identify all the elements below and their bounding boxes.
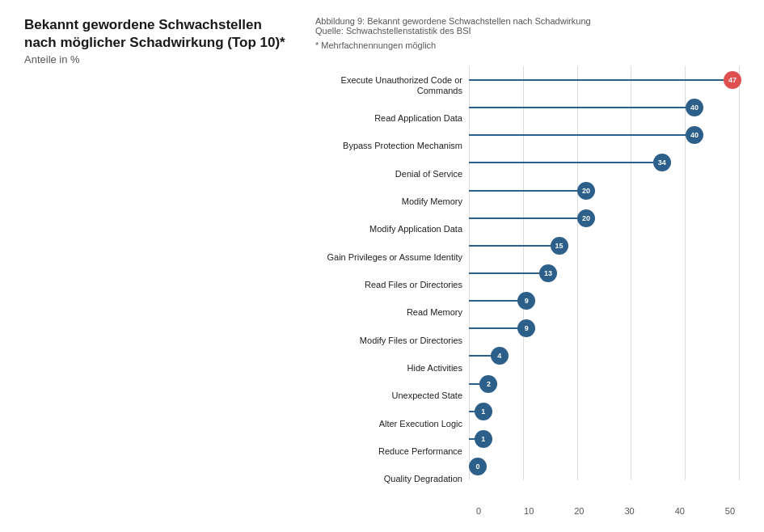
bar-line-0 [469, 79, 724, 81]
bar-label-10: Hide Activities [299, 363, 469, 374]
bars-col: 47404034202015139942110 01020304050 [469, 58, 740, 516]
bar-row-9: 9 [469, 315, 740, 342]
bar-circle-14: 0 [469, 458, 487, 475]
bar-track-6: 15 [469, 245, 740, 247]
bar-circle-5: 20 [577, 209, 595, 227]
bar-label-13: Reduce Performance [299, 446, 469, 457]
x-label-0: 0 [469, 506, 488, 516]
bars-wrapper: 47404034202015139942110 [469, 66, 740, 480]
bar-label-6: Gain Privileges or Assume Identity [299, 252, 469, 263]
bar-line-12 [469, 411, 475, 412]
bar-line-13 [469, 438, 475, 440]
bar-row-7: 13 [469, 260, 740, 287]
x-label-1: 10 [519, 506, 538, 516]
bar-row-4: 20 [469, 177, 740, 205]
bar-line-8 [469, 300, 517, 302]
bar-track-7: 13 [469, 272, 740, 274]
bar-track-9: 9 [469, 327, 740, 329]
bar-track-2: 40 [469, 134, 740, 136]
bar-track-12: 1 [469, 411, 740, 412]
bar-line-2 [469, 134, 686, 136]
caption-note: * Mehrfachnennungen möglich [315, 40, 740, 50]
bar-track-1: 40 [469, 107, 740, 108]
bar-row-3: 34 [469, 149, 740, 176]
x-label-5: 50 [720, 506, 740, 516]
bar-row-13: 1 [469, 425, 740, 453]
bar-row-12: 1 [469, 398, 740, 425]
chart-subtitle: Anteile in % [24, 53, 299, 65]
x-label-3: 30 [620, 506, 639, 516]
bar-track-8: 9 [469, 300, 740, 302]
bar-label-1: Read Application Data [299, 113, 469, 124]
bar-track-10: 4 [469, 355, 740, 357]
chart-area: Execute Unauthorized Code or CommandsRea… [299, 58, 740, 516]
bar-label-9: Modify Files or Directories [299, 336, 469, 346]
bar-row-8: 9 [469, 287, 740, 315]
bar-label-4: Modify Memory [299, 196, 469, 207]
x-axis: 01020304050 [469, 503, 740, 516]
bar-line-5 [469, 217, 577, 219]
bar-row-14: 0 [469, 453, 740, 480]
bar-label-5: Modify Application Data [299, 224, 469, 234]
main-container: Bekannt gewordene Schwachstellen nach mö… [24, 16, 740, 516]
bar-label-0: Execute Unauthorized Code or Commands [299, 75, 469, 96]
bar-label-2: Bypass Protection Mechanism [299, 141, 469, 151]
bar-circle-1: 40 [686, 99, 703, 116]
bar-circle-8: 9 [517, 292, 535, 310]
chart-title-line1: Bekannt gewordene Schwachstellen nach mö… [24, 16, 299, 52]
bar-track-5: 20 [469, 217, 740, 219]
bar-row-6: 15 [469, 232, 740, 260]
bar-row-2: 40 [469, 121, 740, 149]
bar-line-10 [469, 355, 491, 357]
left-panel: Bekannt gewordene Schwachstellen nach mö… [24, 16, 299, 516]
bar-circle-0: 47 [724, 71, 741, 89]
bar-circle-13: 1 [475, 430, 492, 448]
bar-circle-6: 15 [551, 237, 568, 255]
bar-circle-7: 13 [539, 264, 557, 282]
bar-line-4 [469, 190, 577, 192]
bar-labels: Execute Unauthorized Code or CommandsRea… [299, 58, 469, 516]
bar-line-9 [469, 327, 517, 329]
bar-line-3 [469, 162, 653, 163]
bar-label-12: Alter Execution Logic [299, 419, 469, 429]
x-label-2: 20 [569, 506, 589, 516]
bar-row-5: 20 [469, 205, 740, 232]
caption-line1: Abbildung 9: Bekannt gewordene Schwachst… [315, 16, 740, 26]
right-panel: Abbildung 9: Bekannt gewordene Schwachst… [299, 16, 740, 516]
bar-track-3: 34 [469, 162, 740, 163]
bar-track-4: 20 [469, 190, 740, 192]
bar-line-7 [469, 272, 539, 274]
bar-row-0: 47 [469, 66, 740, 94]
bar-circle-2: 40 [686, 126, 703, 144]
bar-label-11: Unexpected State [299, 391, 469, 401]
bar-row-11: 2 [469, 370, 740, 398]
bar-label-7: Read Files or Directories [299, 280, 469, 290]
bar-label-8: Read Memory [299, 307, 469, 318]
bar-circle-10: 4 [491, 347, 509, 365]
caption-line2: Quelle: Schwachstellenstatistik des BSI [315, 26, 740, 36]
chart-caption: Abbildung 9: Bekannt gewordene Schwachst… [299, 16, 740, 50]
bar-line-1 [469, 107, 686, 108]
bar-track-14: 0 [469, 466, 740, 467]
bar-line-11 [469, 383, 479, 385]
bar-circle-4: 20 [577, 182, 595, 200]
grid-and-bars: 47404034202015139942110 [469, 66, 740, 503]
x-label-4: 40 [670, 506, 690, 516]
bar-track-13: 1 [469, 438, 740, 440]
bar-circle-9: 9 [517, 319, 535, 337]
bar-row-10: 4 [469, 342, 740, 369]
bar-track-11: 2 [469, 383, 740, 385]
bar-label-14: Quality Degradation [299, 474, 469, 484]
bar-circle-12: 1 [475, 403, 492, 420]
bar-circle-3: 34 [653, 154, 671, 171]
bar-circle-11: 2 [479, 375, 497, 393]
bar-line-6 [469, 245, 551, 247]
bar-row-1: 40 [469, 94, 740, 121]
bar-label-3: Denial of Service [299, 169, 469, 179]
bar-track-0: 47 [469, 79, 740, 81]
